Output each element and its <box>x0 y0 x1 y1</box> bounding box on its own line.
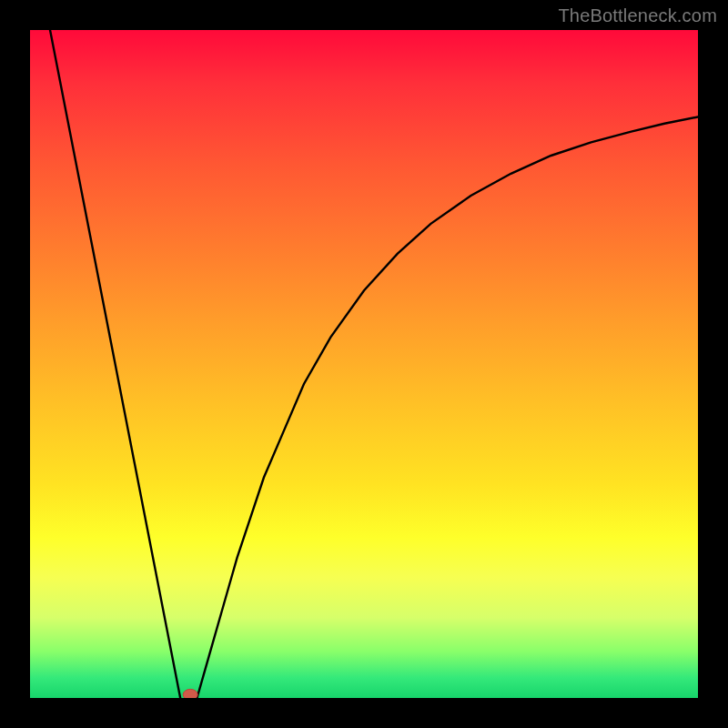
chart-container: TheBottleneck.com <box>0 0 728 728</box>
left-slope-line <box>50 30 180 698</box>
right-curve-line <box>197 116 699 698</box>
plot-area <box>30 30 698 698</box>
min-marker <box>183 689 197 698</box>
chart-svg <box>30 30 698 698</box>
watermark-text: TheBottleneck.com <box>558 5 717 26</box>
